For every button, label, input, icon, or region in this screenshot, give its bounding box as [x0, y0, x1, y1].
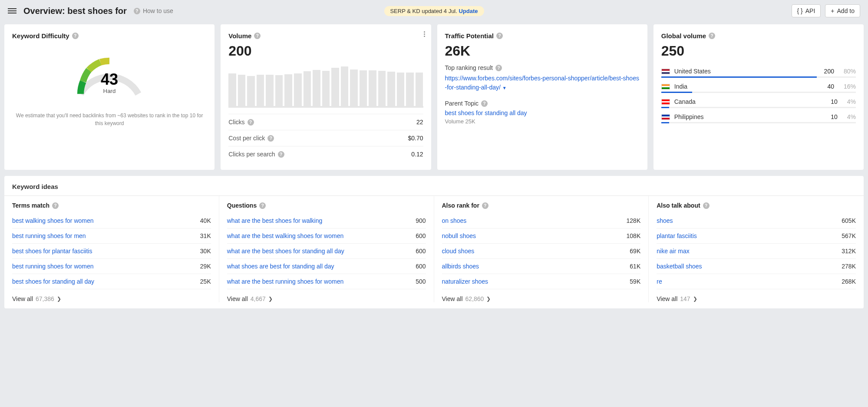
help-icon[interactable]: ? [709, 33, 715, 39]
svg-text:43: 43 [101, 70, 118, 88]
keyword-link[interactable]: what shoes are best for standing all day [227, 263, 334, 270]
keyword-link[interactable]: what are the best shoes for walking [227, 217, 322, 224]
country-row[interactable]: United States20080% [661, 64, 856, 76]
view-all-count: 67,386 [36, 295, 54, 302]
api-icon: { } [797, 7, 803, 14]
chevron-right-icon: ❯ [486, 296, 491, 302]
idea-row: naturalizer shoes59K [442, 274, 641, 289]
help-icon[interactable]: ? [482, 202, 488, 209]
view-all-link[interactable]: View all67,386❯ [12, 289, 211, 302]
volume-trend-chart [228, 64, 423, 108]
idea-row: what are the best walking shoes for wome… [227, 228, 426, 244]
keyword-link[interactable]: on shoes [442, 217, 467, 224]
flag-icon [661, 84, 670, 89]
country-percent: 4% [847, 98, 856, 105]
ideas-column: Also rank for?on shoes128Knobull shoes10… [434, 196, 649, 302]
add-to-button[interactable]: + Add to [825, 4, 860, 17]
view-all-link[interactable]: View all4,667❯ [227, 289, 426, 302]
keyword-volume: 278K [842, 263, 856, 270]
help-icon[interactable]: ? [248, 119, 254, 126]
keyword-volume: 31K [200, 232, 211, 239]
column-title: Terms match? [12, 202, 211, 209]
keyword-link[interactable]: what are the best walking shoes for wome… [227, 232, 343, 239]
idea-row: nike air max312K [657, 244, 856, 259]
help-icon[interactable]: ? [278, 151, 284, 158]
country-value: 10 [831, 98, 838, 105]
view-all-link[interactable]: View all147❯ [657, 289, 856, 302]
keyword-link[interactable]: best running shoes for men [12, 232, 86, 239]
top-result-link[interactable]: https://www.forbes.com/sites/forbes-pers… [445, 75, 639, 91]
keyword-link[interactable]: nobull shoes [442, 232, 476, 239]
how-to-use-link[interactable]: ? How to use [134, 7, 173, 14]
help-icon[interactable]: ? [52, 202, 59, 209]
keyword-volume: 108K [627, 232, 641, 239]
keyword-link[interactable]: best shoes for plantar fasciitis [12, 248, 92, 255]
keyword-volume: 25K [200, 278, 211, 285]
country-value: 200 [824, 68, 834, 75]
help-icon[interactable]: ? [496, 33, 503, 39]
kd-title: Keyword Difficulty [12, 32, 69, 40]
keyword-link[interactable]: what are the best shoes for standing all… [227, 248, 344, 255]
help-icon[interactable]: ? [703, 202, 710, 209]
help-icon[interactable]: ? [254, 33, 261, 39]
help-icon[interactable]: ? [495, 65, 502, 71]
help-icon[interactable]: ? [267, 135, 274, 142]
help-icon[interactable]: ? [481, 100, 488, 107]
keyword-link[interactable]: what are the best running shoes for wome… [227, 278, 344, 285]
page-title: Overview: best shoes for [23, 6, 127, 16]
idea-row: cloud shoes69K [442, 244, 641, 259]
volume-value: 200 [228, 43, 423, 59]
keyword-volume: 600 [416, 263, 426, 270]
help-icon[interactable]: ? [72, 33, 79, 39]
idea-row: best running shoes for women29K [12, 259, 211, 274]
clicks-row: Clicks? 22 [228, 114, 423, 130]
keyword-link[interactable]: re [657, 278, 662, 285]
menu-icon[interactable] [8, 8, 17, 13]
card-global-volume: Global volume ? 250 United States20080%I… [653, 24, 864, 170]
flag-icon [661, 69, 670, 74]
idea-row: what are the best running shoes for wome… [227, 274, 426, 289]
idea-row: what are the best shoes for walking900 [227, 213, 426, 228]
keyword-link[interactable]: best running shoes for women [12, 263, 94, 270]
ideas-column: Questions?what are the best shoes for wa… [219, 196, 434, 302]
keyword-link[interactable]: best walking shoes for women [12, 217, 94, 224]
api-button[interactable]: { } API [792, 4, 821, 17]
country-row[interactable]: India4016% [661, 79, 856, 92]
keyword-link[interactable]: shoes [657, 217, 673, 224]
keyword-link[interactable]: allbirds shoes [442, 263, 479, 270]
kebab-icon[interactable] [424, 31, 425, 37]
kd-gauge: 43 Hard [68, 43, 151, 99]
keyword-link[interactable]: cloud shoes [442, 248, 475, 255]
column-title: Also rank for? [442, 202, 641, 209]
help-icon[interactable]: ? [259, 202, 266, 209]
keyword-volume: 600 [416, 248, 426, 255]
keyword-link[interactable]: nike air max [657, 248, 689, 255]
ideas-header: Keyword ideas [4, 176, 864, 195]
country-row[interactable]: Philippines104% [661, 110, 856, 122]
flag-icon [661, 114, 670, 120]
kd-note: We estimate that you'll need backlinks f… [12, 112, 207, 127]
svg-text:Hard: Hard [103, 88, 116, 94]
keyword-volume: 30K [200, 248, 211, 255]
keyword-link[interactable]: plantar fasciitis [657, 232, 697, 239]
update-link[interactable]: Update [459, 8, 478, 14]
keyword-volume: 312K [842, 248, 856, 255]
chevron-right-icon: ❯ [57, 296, 61, 302]
chevron-down-icon[interactable]: ▼ [502, 86, 507, 90]
keyword-volume: 59K [630, 278, 640, 285]
view-all-link[interactable]: View all62,860❯ [442, 289, 641, 302]
keyword-link[interactable]: basketball shoes [657, 263, 702, 270]
volume-title: Volume [228, 32, 251, 40]
keyword-link[interactable]: naturalizer shoes [442, 278, 488, 285]
keyword-volume: 69K [630, 248, 640, 255]
parent-topic-link[interactable]: best shoes for standing all day [445, 109, 527, 116]
view-all-count: 62,860 [465, 295, 484, 302]
country-value: 10 [831, 113, 838, 120]
idea-row: best shoes for plantar fasciitis30K [12, 244, 211, 259]
country-bar [661, 122, 856, 123]
country-row[interactable]: Canada104% [661, 95, 856, 107]
global-title: Global volume [661, 32, 706, 40]
traffic-value: 26K [445, 43, 640, 59]
help-icon: ? [134, 8, 140, 14]
keyword-link[interactable]: best shoes for standing all day [12, 278, 94, 285]
